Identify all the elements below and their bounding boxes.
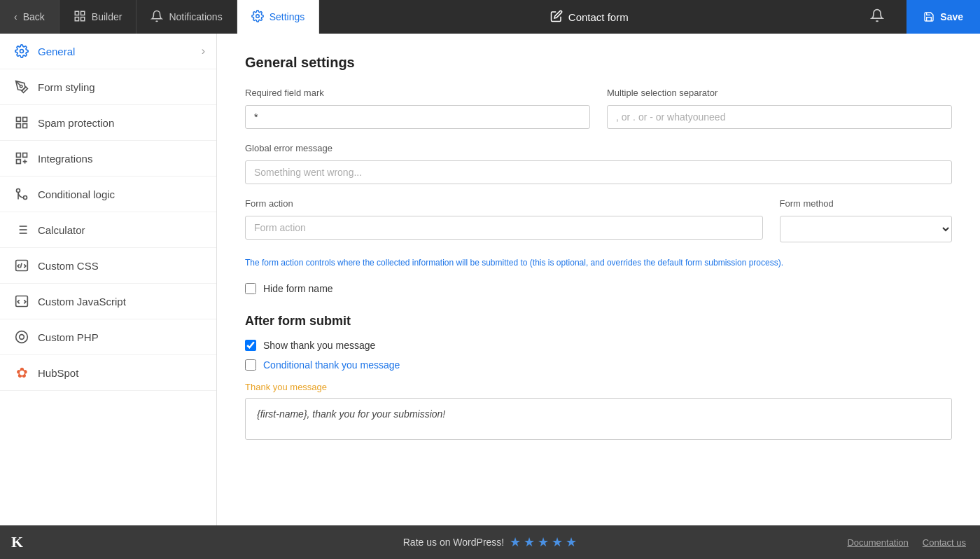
sidebar-item-general[interactable]: General ›: [0, 34, 216, 69]
star-5: ★: [566, 534, 577, 550]
form-method-select[interactable]: GET POST: [780, 216, 953, 242]
settings-icon: [251, 10, 264, 25]
row-form-action-method: Form action Form method GET POST: [245, 198, 952, 242]
svg-point-24: [16, 331, 28, 343]
multiple-selection-separator-label: Multiple selection separator: [607, 88, 952, 98]
sidebar-item-integrations[interactable]: Integrations: [0, 141, 216, 177]
settings-nav-item[interactable]: Settings: [237, 0, 320, 34]
sidebar-custom-js-label: Custom JavaScript: [38, 296, 126, 308]
conditional-logic-icon: [14, 186, 29, 202]
top-nav: ‹ Back Builder Notifications Settings Co…: [0, 0, 980, 34]
global-error-message-input[interactable]: [245, 160, 952, 184]
footer-links: Documentation Contact us: [847, 537, 966, 548]
spam-protection-icon: [14, 115, 29, 130]
svg-point-4: [255, 14, 259, 18]
global-error-message-label: Global error message: [245, 143, 952, 153]
sidebar-item-conditional-logic[interactable]: Conditional logic: [0, 177, 216, 212]
svg-rect-10: [23, 124, 27, 128]
back-arrow-icon: ‹: [14, 11, 18, 22]
form-action-hint: The form action controls where the colle…: [245, 256, 952, 269]
settings-label: Settings: [270, 11, 305, 22]
hide-form-name-label[interactable]: Hide form name: [263, 283, 333, 294]
svg-rect-12: [23, 153, 27, 158]
sidebar-item-custom-php[interactable]: Custom PHP: [0, 319, 216, 355]
sidebar-calculator-label: Calculator: [38, 224, 85, 236]
svg-rect-0: [75, 11, 78, 15]
rate-text: Rate us on WordPress!: [403, 537, 504, 548]
notifications-icon: [150, 10, 163, 25]
svg-rect-7: [17, 118, 21, 122]
conditional-thank-you-checkbox[interactable]: [245, 359, 256, 371]
star-3: ★: [538, 534, 549, 550]
nav-right: Save: [859, 0, 980, 34]
group-multiple-selection-separator: Multiple selection separator: [607, 88, 952, 129]
integrations-icon: [14, 151, 29, 166]
chevron-right-icon: ›: [202, 45, 205, 57]
sidebar-hubspot-label: HubSpot: [38, 367, 78, 379]
main-content: General settings Required field mark Mul…: [217, 34, 980, 525]
group-required-field-mark: Required field mark: [245, 88, 590, 129]
sidebar-item-form-styling[interactable]: Form styling: [0, 69, 216, 105]
form-action-input[interactable]: [245, 216, 763, 240]
sidebar-conditional-label: Conditional logic: [38, 188, 115, 200]
thank-you-message-container: Thank you message {first-name}, thank yo…: [245, 382, 952, 440]
sidebar-item-custom-css[interactable]: Custom CSS: [0, 248, 216, 284]
notifications-label: Notifications: [169, 11, 222, 22]
sidebar: General › Form styling Spam protection I…: [0, 34, 217, 525]
group-form-action: Form action: [245, 198, 763, 242]
sidebar-custom-css-label: Custom CSS: [38, 260, 99, 272]
contact-us-link[interactable]: Contact us: [923, 537, 966, 548]
svg-rect-3: [80, 17, 84, 20]
sidebar-integrations-label: Integrations: [38, 153, 92, 165]
sidebar-spam-label: Spam protection: [38, 117, 114, 129]
svg-point-25: [20, 335, 24, 340]
nav-center: Contact form: [319, 10, 859, 25]
multiple-selection-separator-input[interactable]: [607, 105, 952, 129]
thank-you-message-content: {first-name}, thank you for your submiss…: [245, 398, 952, 440]
svg-rect-11: [17, 153, 21, 158]
sidebar-general-label: General: [38, 46, 75, 57]
svg-rect-13: [17, 160, 21, 164]
group-global-error: Global error message: [245, 143, 952, 184]
thank-you-message-label: Thank you message: [245, 382, 952, 392]
sidebar-item-calculator[interactable]: Calculator: [0, 212, 216, 248]
builder-nav-item[interactable]: Builder: [59, 0, 137, 34]
show-thank-you-row: Show thank you message: [245, 340, 952, 351]
documentation-link[interactable]: Documentation: [847, 537, 908, 548]
builder-icon: [74, 10, 86, 25]
star-2: ★: [524, 534, 535, 550]
svg-rect-8: [23, 118, 27, 122]
conditional-thank-you-label[interactable]: Conditional thank you message: [263, 359, 400, 371]
form-action-label: Form action: [245, 198, 763, 209]
sidebar-item-custom-js[interactable]: Custom JavaScript: [0, 284, 216, 319]
group-form-method: Form method GET POST: [780, 198, 953, 242]
svg-rect-9: [17, 124, 21, 128]
sidebar-item-hubspot[interactable]: ✿ HubSpot: [0, 355, 216, 391]
footer: K Rate us on WordPress! ★ ★ ★ ★ ★ Docume…: [0, 525, 980, 559]
hubspot-icon: ✿: [14, 365, 29, 380]
sidebar-custom-php-label: Custom PHP: [38, 331, 99, 343]
main-layout: General › Form styling Spam protection I…: [0, 34, 980, 525]
edit-icon: [550, 10, 563, 25]
conditional-thank-you-row: Conditional thank you message: [245, 359, 952, 371]
calculator-icon: [14, 222, 29, 237]
save-button[interactable]: Save: [906, 0, 980, 34]
notifications-nav-item[interactable]: Notifications: [136, 0, 237, 34]
nav-bell-icon[interactable]: [859, 8, 895, 26]
gear-icon: [14, 43, 29, 59]
sidebar-item-spam-protection[interactable]: Spam protection: [0, 105, 216, 141]
builder-label: Builder: [92, 11, 122, 22]
footer-logo: K: [11, 533, 23, 551]
center-title: Contact form: [568, 11, 629, 23]
required-field-mark-input[interactable]: [245, 105, 590, 129]
hide-form-name-checkbox[interactable]: [245, 283, 256, 294]
show-thank-you-checkbox[interactable]: [245, 340, 256, 351]
show-thank-you-label[interactable]: Show thank you message: [263, 340, 375, 351]
star-rating[interactable]: ★ ★ ★ ★ ★: [510, 534, 577, 550]
back-label: Back: [23, 11, 45, 22]
svg-point-15: [17, 189, 20, 193]
required-field-mark-label: Required field mark: [245, 88, 590, 98]
brush-icon: [14, 79, 29, 95]
back-button[interactable]: ‹ Back: [0, 0, 59, 34]
star-1: ★: [510, 534, 521, 550]
